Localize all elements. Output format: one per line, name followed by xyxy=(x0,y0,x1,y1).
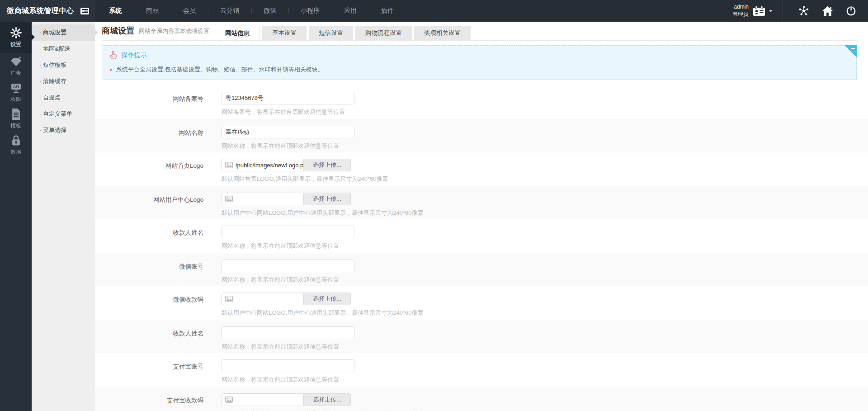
ad-board-icon: AD xyxy=(10,82,22,94)
submenu-item-region-shipping[interactable]: 地区&配送 xyxy=(32,41,95,57)
nav-item-goods[interactable]: 商品 xyxy=(134,0,171,22)
top-nav: 系统商品会员云分销微信小程序应用插件 xyxy=(97,0,406,22)
tip-lines: 系统平台全局设置,包括基础设置、购物、短信、邮件、水印和分销等相关模块。 xyxy=(109,66,843,74)
sidebar-item-templates[interactable]: 模板 xyxy=(0,106,32,132)
field-label-alipay-pay-qr: 支付宝收款码 xyxy=(95,387,213,411)
image-icon xyxy=(225,296,233,302)
nav-item-cloud-distribution[interactable]: 云分销 xyxy=(208,0,251,22)
submenu-item-clear-cache[interactable]: 清除缓存 xyxy=(32,73,95,90)
main-content: 商城设置 网站全局内容基本选项设置 网站信息基本设置短信设置购物流程设置奖项相关… xyxy=(95,22,868,411)
tip-collapse-corner[interactable] xyxy=(844,45,857,57)
upload-value: /public/images/newLogo.pn xyxy=(236,162,304,169)
form-row-wechat-pay-qr: 微信收款码选择上传...默认用户中心网站LOGO,用户中心通用头部显示，最佳显示… xyxy=(95,286,868,320)
tip-title: 操作提示 xyxy=(122,51,147,59)
nav-item-members[interactable]: 会员 xyxy=(171,0,208,22)
sidebar-item-ads[interactable]: 广告 xyxy=(0,53,32,80)
sidebar-item-label: 数据 xyxy=(10,148,21,156)
tip-text: 系统平台全局设置,包括基础设置、购物、短信、邮件、水印和分销等相关模块。 xyxy=(109,66,843,74)
diamond-icon xyxy=(10,56,22,67)
nav-item-apps[interactable]: 应用 xyxy=(332,0,369,22)
nav-item-plugins[interactable]: 插件 xyxy=(369,0,406,22)
field-label-site-home-logo: 网站首页Logo xyxy=(95,152,213,186)
user-name: admin xyxy=(732,4,749,11)
form-row-wechat-account: 微信账号网站名称，将显示在前台顶部欢迎信息等位置 xyxy=(95,253,868,286)
user-role: 管理员 xyxy=(732,11,749,18)
form-row-site-home-logo: 网站首页Logo/public/images/newLogo.pn选择上传...… xyxy=(95,152,868,186)
tab-site-info[interactable]: 网站信息 xyxy=(215,26,260,40)
submenu-active-arrow xyxy=(95,29,98,36)
field-hint-icp-number: 网站备案号，将显示在前台底部欢迎信息等位置 xyxy=(222,108,354,116)
field-label-site-name: 网站名称 xyxy=(95,119,213,152)
page-subtitle: 网站全局内容基本选项设置 xyxy=(139,27,209,40)
image-icon xyxy=(225,397,233,403)
upload-path-alipay-pay-qr[interactable] xyxy=(222,393,304,406)
user-menu[interactable]: admin 管理员 xyxy=(732,4,773,18)
form-row-alipay-account: 支付宝账号网站名称，将显示在前台顶部欢迎信息等位置 xyxy=(95,353,868,387)
sidebar-item-settings[interactable]: 设置 xyxy=(0,22,32,53)
field-hint-wechat-account: 网站名称，将显示在前台顶部欢迎信息等位置 xyxy=(222,276,354,284)
nav-item-system[interactable]: 系统 xyxy=(97,0,134,22)
upload-path-site-home-logo[interactable]: /public/images/newLogo.pn xyxy=(222,159,304,171)
form-row-icp-number: 网站备案号网站备案号，将显示在前台底部欢迎信息等位置 xyxy=(95,85,868,119)
upload-button-site-home-logo[interactable]: 选择上传... xyxy=(304,159,351,171)
submenu-item-sms-template[interactable]: 短信模板 xyxy=(32,57,95,73)
home-icon[interactable] xyxy=(816,0,839,22)
hub-icon[interactable] xyxy=(792,0,816,22)
upload-button-alipay-pay-qr[interactable]: 选择上传... xyxy=(304,393,351,406)
gear-icon xyxy=(10,27,22,39)
app-title: 微商城系统管理中心 xyxy=(7,6,74,16)
input-payee-name-2[interactable] xyxy=(222,326,354,339)
field-label-usercenter-logo: 网站用户中心Logo xyxy=(95,186,213,219)
tab-sms-settings[interactable]: 短信设置 xyxy=(309,26,353,40)
input-wechat-account[interactable] xyxy=(222,260,354,272)
upload-path-wechat-pay-qr[interactable] xyxy=(222,293,304,305)
nav-item-wechat[interactable]: 微信 xyxy=(251,0,288,22)
upload-path-usercenter-logo[interactable] xyxy=(222,193,304,205)
submenu-item-menu-select[interactable]: 菜单选择 xyxy=(32,122,95,138)
page-title: 商城设置 xyxy=(102,25,134,40)
tab-shopping-flow[interactable]: 购物流程设置 xyxy=(355,26,412,40)
form-row-site-name: 网站名称网站名称，将显示在前台顶部欢迎信息等位置 xyxy=(95,119,868,152)
submenu-item-mall-settings[interactable]: 商城设置 xyxy=(32,24,95,41)
power-icon[interactable] xyxy=(839,0,863,22)
tab-bar: 网站信息基本设置短信设置购物流程设置奖项相关设置 xyxy=(215,26,473,40)
submenu-item-pickup-point[interactable]: 自提点 xyxy=(32,90,95,106)
image-icon xyxy=(225,196,233,202)
settings-form: 网站备案号网站备案号，将显示在前台底部欢迎信息等位置网站名称网站名称，将显示在前… xyxy=(95,85,868,411)
input-site-name[interactable] xyxy=(222,126,354,138)
tip-box: 操作提示 系统平台全局设置,包括基础设置、购物、短信、邮件、水印和分销等相关模块… xyxy=(102,45,857,80)
page-header: 商城设置 网站全局内容基本选项设置 网站信息基本设置短信设置购物流程设置奖项相关… xyxy=(102,22,857,41)
nav-item-miniprogram[interactable]: 小程序 xyxy=(288,0,332,22)
field-label-wechat-account: 微信账号 xyxy=(95,253,213,286)
sidebar-rail: 设置广告AD权限模板数据 xyxy=(0,22,32,411)
tab-prize-settings[interactable]: 奖项相关设置 xyxy=(414,26,471,40)
form-row-alipay-pay-qr: 支付宝收款码选择上传...默认用户中心网站LOGO,用户中心通用头部显示，最佳显… xyxy=(95,387,868,411)
menu-collapse-icon[interactable] xyxy=(80,8,89,14)
sidebar-item-permissions[interactable]: AD权限 xyxy=(0,80,32,106)
sidebar-submenu: 商城设置地区&配送短信模板清除缓存自提点自定义菜单菜单选择 xyxy=(32,22,95,411)
field-label-payee-name-2: 收款人姓名 xyxy=(95,320,213,353)
image-icon xyxy=(225,162,233,168)
field-hint-usercenter-logo: 默认用户中心网站LOGO,用户中心通用头部显示，最佳显示尺寸为240*60像素 xyxy=(222,209,423,217)
sidebar-item-label: 权限 xyxy=(10,95,21,103)
upload-button-wechat-pay-qr[interactable]: 选择上传... xyxy=(304,293,351,305)
tab-basic-settings[interactable]: 基本设置 xyxy=(262,26,307,40)
field-label-icp-number: 网站备案号 xyxy=(95,85,213,119)
field-hint-wechat-pay-qr: 默认用户中心网站LOGO,用户中心通用头部显示，最佳显示尺寸为240*60像素 xyxy=(222,309,423,317)
input-alipay-account[interactable] xyxy=(222,359,354,372)
document-icon xyxy=(10,108,22,120)
idcard-icon xyxy=(753,5,765,16)
sidebar-item-label: 设置 xyxy=(10,41,21,48)
upload-button-usercenter-logo[interactable]: 选择上传... xyxy=(304,193,351,205)
sidebar-item-data[interactable]: 数据 xyxy=(0,132,32,158)
field-hint-payee-name-1: 网站名称，将显示在前台顶部欢迎信息等位置 xyxy=(222,242,354,250)
svg-text:AD: AD xyxy=(13,85,19,89)
submenu-item-custom-menu[interactable]: 自定义菜单 xyxy=(32,106,95,122)
caret-down-icon xyxy=(769,10,773,12)
field-label-alipay-account: 支付宝账号 xyxy=(95,353,213,387)
field-hint-payee-name-2: 网站名称，将显示在前台顶部欢迎信息等位置 xyxy=(222,343,354,351)
input-icp-number[interactable] xyxy=(222,92,354,104)
sidebar-item-label: 广告 xyxy=(10,69,21,77)
input-payee-name-1[interactable] xyxy=(222,226,354,238)
field-hint-site-name: 网站名称，将显示在前台顶部欢迎信息等位置 xyxy=(222,142,354,150)
